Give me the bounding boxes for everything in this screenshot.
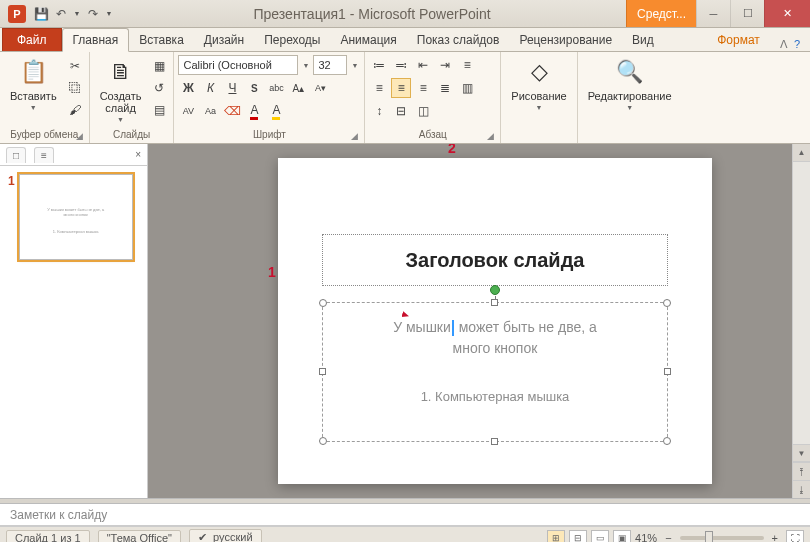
align-left-button[interactable]: ≡ [369,78,389,98]
increase-indent-button[interactable]: ⇥ [435,55,455,75]
cut-icon[interactable]: ✂ [65,56,85,76]
dialog-launcher-icon[interactable]: ◢ [351,131,358,141]
panel-tab-outline[interactable]: ≡ [34,147,54,163]
resize-handle[interactable] [319,368,326,375]
help-icon[interactable]: ? [794,38,800,51]
font-color-button[interactable]: A [244,101,264,121]
tab-file[interactable]: Файл [2,28,62,51]
font-family-select[interactable]: Calibri (Основной [178,55,298,75]
next-slide-icon[interactable]: ⭳ [793,480,810,498]
undo-dropdown-icon[interactable]: ▼ [72,5,82,23]
slide-counter[interactable]: Слайд 1 из 1 [6,530,90,543]
tab-slideshow[interactable]: Показ слайдов [407,29,510,51]
title-placeholder[interactable]: Заголовок слайда [322,234,668,286]
drawing-button[interactable]: ◇ Рисование ▼ [505,54,572,113]
decrease-indent-button[interactable]: ⇤ [413,55,433,75]
chevron-down-icon[interactable]: ▼ [349,62,360,69]
minimize-button[interactable]: ─ [696,0,730,27]
chevron-down-icon[interactable]: ▼ [300,62,311,69]
panel-close-icon[interactable]: × [135,149,141,160]
resize-handle[interactable] [491,299,498,306]
sorter-view-button[interactable]: ⊟ [569,530,587,543]
prev-slide-icon[interactable]: ⭱ [793,462,810,480]
font-size-select[interactable]: 32 [313,55,347,75]
clear-format-button[interactable]: ⌫ [222,101,242,121]
format-painter-icon[interactable]: 🖌 [65,100,85,120]
rotate-handle[interactable] [490,285,500,295]
fit-window-button[interactable]: ⛶ [786,530,804,543]
zoom-thumb[interactable] [705,531,713,543]
slide-thumbnail[interactable]: 1 У мышки может быть не две, амного кноп… [8,174,139,260]
tab-review[interactable]: Рецензирование [509,29,622,51]
slide-editor[interactable]: Заголовок слайда У мышки может быть не д… [148,144,810,498]
dialog-launcher-icon[interactable]: ◢ [487,131,494,141]
body-placeholder[interactable]: У мышки может быть не две, а много кнопо… [322,302,668,442]
underline-button[interactable]: Ч [222,78,242,98]
shrink-font-button[interactable]: A▾ [310,78,330,98]
notes-pane[interactable]: Заметки к слайду [0,504,810,526]
resize-handle[interactable] [664,368,671,375]
scroll-up-icon[interactable]: ▲ [793,144,810,162]
slide-canvas[interactable]: Заголовок слайда У мышки может быть не д… [278,158,712,484]
resize-handle[interactable] [491,438,498,445]
resize-handle[interactable] [663,299,671,307]
zoom-out-button[interactable]: − [661,532,675,543]
columns-button[interactable]: ▥ [457,78,477,98]
zoom-slider[interactable] [680,536,764,540]
redo-icon[interactable]: ↷ [84,5,102,23]
slideshow-view-button[interactable]: ▣ [613,530,631,543]
zoom-in-button[interactable]: + [768,532,782,543]
undo-icon[interactable]: ↶ [52,5,70,23]
editing-button[interactable]: 🔍 Редактирование ▼ [582,54,678,113]
close-button[interactable]: ✕ [764,0,810,27]
maximize-button[interactable]: ☐ [730,0,764,27]
align-text-button[interactable]: ⊟ [391,101,411,121]
body-text[interactable]: У мышки может быть не две, а много кнопо… [323,303,667,421]
tab-view[interactable]: Вид [622,29,664,51]
minimize-ribbon-icon[interactable]: ᐱ [780,38,788,51]
numbering-button[interactable]: ≕ [391,55,411,75]
align-right-button[interactable]: ≡ [413,78,433,98]
change-case-button[interactable]: Aa [200,101,220,121]
char-spacing-button[interactable]: AV [178,101,198,121]
bold-button[interactable]: Ж [178,78,198,98]
resize-handle[interactable] [319,437,327,445]
strikethrough-button[interactable]: abc [266,78,286,98]
paste-button[interactable]: 📋 Вставить ▼ [4,54,63,113]
italic-button[interactable]: К [200,78,220,98]
smartart-button[interactable]: ◫ [413,101,433,121]
save-icon[interactable]: 💾 [32,5,50,23]
panel-tab-slides[interactable]: □ [6,147,26,163]
copy-icon[interactable]: ⿻ [65,78,85,98]
grow-font-button[interactable]: A▴ [288,78,308,98]
highlight-button[interactable]: A [266,101,286,121]
tab-format[interactable]: Формат [707,29,770,51]
tab-transitions[interactable]: Переходы [254,29,330,51]
thumb-preview[interactable]: У мышки может быть не две, амного кнопок… [19,174,133,260]
language-indicator[interactable]: ✔ русский [189,529,262,542]
zoom-percent[interactable]: 41% [635,532,657,543]
reset-icon[interactable]: ↺ [149,78,169,98]
bullets-button[interactable]: ≔ [369,55,389,75]
drawing-tools-tab[interactable]: Средст... [626,0,696,27]
justify-button[interactable]: ≣ [435,78,455,98]
text-direction-button[interactable]: ↕ [369,101,389,121]
tab-design[interactable]: Дизайн [194,29,254,51]
theme-name[interactable]: "Тема Office" [98,530,181,543]
normal-view-button[interactable]: ⊞ [547,530,565,543]
reading-view-button[interactable]: ▭ [591,530,609,543]
new-slide-button[interactable]: 🗎 Создать слайд ▼ [94,54,148,125]
resize-handle[interactable] [319,299,327,307]
dialog-launcher-icon[interactable]: ◢ [76,131,83,141]
tab-insert[interactable]: Вставка [129,29,194,51]
line-spacing-button[interactable]: ≡ [457,55,477,75]
align-center-button[interactable]: ≡ [391,78,411,98]
tab-animations[interactable]: Анимация [330,29,406,51]
vertical-scrollbar[interactable]: ▲ ▼ ⭱ ⭳ [792,144,810,498]
app-icon[interactable]: P [8,5,26,23]
section-icon[interactable]: ▤ [149,100,169,120]
resize-handle[interactable] [663,437,671,445]
qat-customize-icon[interactable]: ▼ [104,5,114,23]
tab-home[interactable]: Главная [62,28,130,52]
layout-icon[interactable]: ▦ [149,56,169,76]
